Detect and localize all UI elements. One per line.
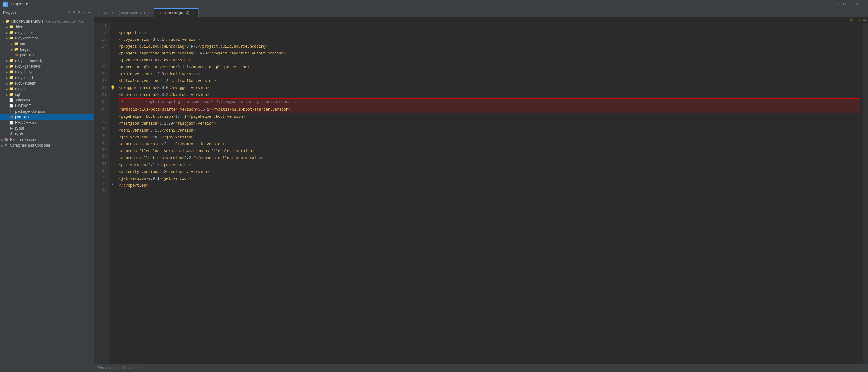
tree-item[interactable]: ▶ 📁 sql <box>0 92 94 97</box>
sidebar-action-2[interactable]: ⊟ <box>73 10 76 15</box>
code-line: <jna.version>5.10.0</jna.version> <box>119 134 860 141</box>
tree-item[interactable]: ▼ 📁 ruoyi-common <box>0 35 94 41</box>
tree-item-label: ruoyi-common <box>15 36 39 40</box>
code-line: <pagehelper.boot.version>1.4.1</pagehelp… <box>119 113 860 120</box>
line-number: 18 <box>97 50 106 57</box>
tree-item-label: sql <box>15 92 20 97</box>
tree-item-label: .gitignore <box>15 98 30 103</box>
editor-area: m pom.xml (ruoyi-common) ✕ m pom.xml (ru… <box>94 8 868 372</box>
tree-item[interactable]: ▶ 📁 ruoyi-heiye <box>0 69 94 75</box>
tree-item[interactable]: {} package-lock.json <box>0 109 94 114</box>
bottom-panel: Scratches and Consoles <box>94 364 868 372</box>
gutter-cell <box>110 98 116 105</box>
tree-root-item[interactable]: ▼ 📁 RuoYi-Vue [ruoyi] ~/personlCode/RuoY… <box>0 19 94 24</box>
tree-arrow: ▶ <box>0 138 4 142</box>
tree-item[interactable]: ▶ 📁 target <box>0 47 94 52</box>
title-bar-text: Project <box>11 2 23 6</box>
tab-pom-ruoyi[interactable]: m pom.xml (ruoyi) ✕ <box>154 8 199 17</box>
sidebar-title: Project <box>3 10 16 15</box>
code-line: <poi.version>4.1.2</poi.version> <box>119 162 860 169</box>
tab-close-0[interactable]: ✕ <box>147 11 150 15</box>
tree-item[interactable]: ▶ 📁 ruoyi-quartz <box>0 75 94 81</box>
tree-icon: 📄 <box>9 104 14 108</box>
tab-icon-0: m <box>98 10 101 15</box>
sidebar-action-1[interactable]: ⊕ <box>68 10 71 15</box>
tree-item[interactable]: ▶ ry.bat <box>0 125 94 131</box>
line-number: 17 <box>97 43 106 50</box>
tree-arrow: ▶ <box>5 31 9 34</box>
tree-root-arrow: ▼ <box>1 20 5 23</box>
tab-pom-common[interactable]: m pom.xml (ruoyi-common) ✕ <box>94 8 154 17</box>
line-number: 27 <box>97 112 106 119</box>
gutter-cell <box>110 153 116 160</box>
tree-arrow: ▶ <box>5 87 9 91</box>
tree-item[interactable]: m pom.xml <box>0 114 94 120</box>
title-bar-dropdown[interactable]: ▾ <box>26 2 28 6</box>
line-number: 32 <box>97 147 106 153</box>
tree-root-label: RuoYi-Vue [ruoyi] ~/personlCode/RuoYi-Vu… <box>11 19 84 24</box>
tree-item[interactable]: $ ry.sh <box>0 131 94 137</box>
tree-item[interactable]: 📄 README.md <box>0 120 94 125</box>
tree-arrow: ▶ <box>5 76 9 80</box>
tree-item[interactable]: ▶ 📁 .idea <box>0 24 94 30</box>
tree-item[interactable]: 📄 .gitignore <box>0 97 94 103</box>
tab-icon-1: m <box>159 11 162 15</box>
editor-content[interactable]: 1415161718192021222324252627282930313233… <box>94 23 868 364</box>
check-badge: ✓ 14 <box>859 18 866 22</box>
title-action-menu1[interactable]: ⊟ <box>843 1 845 6</box>
tree-item-label: External Libraries <box>10 138 39 142</box>
code-line: <!-- <mybatis-spring-boot.version>2.2.2<… <box>119 98 860 106</box>
tab-close-1[interactable]: ✕ <box>191 11 194 15</box>
tree-icon: 📄 <box>9 120 14 125</box>
title-action-minimize[interactable]: — <box>862 2 865 6</box>
tree-item-label: ruoyi-generator <box>15 64 40 68</box>
tree-arrow: ▶ <box>5 70 9 74</box>
line-number: 36 <box>97 174 106 181</box>
line-number: 14 <box>97 23 106 29</box>
title-action-menu2[interactable]: ⊟ <box>849 1 852 6</box>
root-folder-icon: 📁 <box>5 19 10 24</box>
tree-item[interactable]: ▶ 📁 src <box>0 41 94 47</box>
gutter-column: 💡▶ <box>110 23 116 364</box>
tree-item[interactable]: ▶ 📁 ruoyi-framework <box>0 58 94 63</box>
tree-icon: 📁 <box>9 87 14 91</box>
tree-icon: {} <box>9 109 14 114</box>
title-action-add[interactable]: ⊕ <box>837 1 839 6</box>
tree-icon: 📁 <box>14 47 19 52</box>
gutter-cell <box>110 112 116 119</box>
gutter-cell <box>110 133 116 140</box>
tree-icon: 📁 <box>9 64 14 68</box>
warn-icon: 💡 <box>111 85 115 91</box>
gutter-cell <box>110 105 116 112</box>
code-line: <kaptcha.version>2.3.2</kaptcha.version> <box>119 91 860 98</box>
tree-item[interactable]: ▶ 📚 External Libraries <box>0 137 94 142</box>
tree-item[interactable]: ▶ 📁 ruoyi-generator <box>0 63 94 69</box>
tree-item-label: pom.xml <box>20 53 34 57</box>
tree-item[interactable]: ▶ ✏ Scratches and Consoles <box>0 142 94 148</box>
code-line: <velocity.version>2.3</velocity.version> <box>119 169 860 175</box>
tree-item-label: package-lock.json <box>15 109 45 114</box>
title-action-settings[interactable]: ⚙ <box>856 1 858 6</box>
tree-icon: 📁 <box>9 81 14 85</box>
line-number: 34 <box>97 160 106 167</box>
tree-item[interactable]: ▶ 📁 ruoyi-admin <box>0 30 94 35</box>
line-number: 19 <box>97 57 106 64</box>
tree-arrow: ▶ <box>5 82 9 85</box>
gutter-cell <box>110 43 116 50</box>
line-number: 23 <box>97 85 106 91</box>
tree-item[interactable]: ▶ 📁 ruoyi-ui <box>0 86 94 92</box>
sidebar-action-5[interactable]: — <box>88 10 90 15</box>
bottom-status: Scratches and Consoles <box>98 366 138 370</box>
tree-item[interactable]: 📄 LICENSE <box>0 103 94 109</box>
sidebar-action-4[interactable]: ⚙ <box>83 10 86 15</box>
tab-label-1: pom.xml (ruoyi) <box>164 11 190 15</box>
tree-icon: 📄 <box>9 98 14 103</box>
tree-item[interactable]: ▶ 📁 ruoyi-system <box>0 81 94 86</box>
code-area[interactable]: <properties> <ruoyi.version>3.8.1</ruoyi… <box>116 23 863 364</box>
tree-item[interactable]: m pom.xml <box>0 52 94 58</box>
line-number: 16 <box>97 36 106 43</box>
tree-icon: 📁 <box>9 30 14 35</box>
sidebar-action-3[interactable]: ⊟ <box>78 10 81 15</box>
line-number: 37 <box>97 181 106 188</box>
tree-arrow: ▶ <box>5 93 9 96</box>
